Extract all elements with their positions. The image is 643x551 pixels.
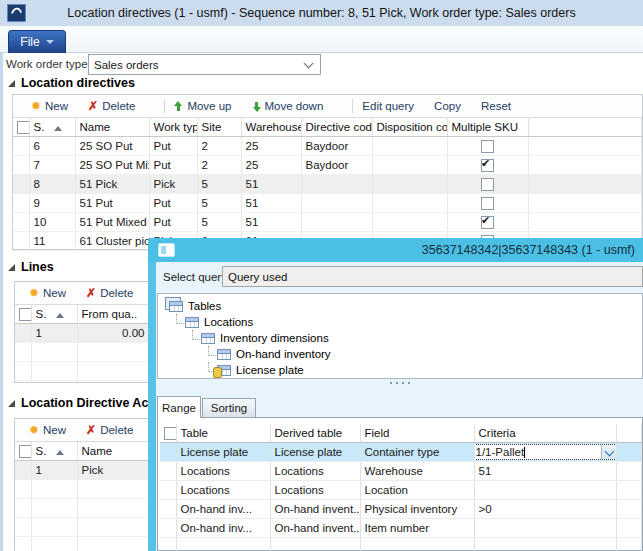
table-cell[interactable]: 2	[197, 156, 241, 175]
table-cell[interactable]: 51 Pick	[75, 175, 149, 194]
table-cell[interactable]: Item number	[360, 519, 474, 538]
criteria-editor[interactable]: 1/1-Pallet	[474, 444, 616, 460]
table-cell[interactable]: 51	[241, 194, 301, 213]
table-cell[interactable]: 51 Put	[75, 194, 149, 213]
select-all-checkbox[interactable]	[17, 121, 29, 134]
table-cell[interactable]: 5	[197, 175, 241, 194]
table-cell[interactable]: 1	[31, 324, 77, 343]
table-cell[interactable]	[447, 137, 528, 156]
row-select-cell[interactable]	[160, 519, 176, 538]
table-cell[interactable]	[372, 175, 447, 194]
toolbar-button-move-down[interactable]: Move down	[252, 100, 324, 112]
table-cell[interactable]	[372, 213, 447, 232]
tree-item-tables[interactable]: Tables	[169, 298, 221, 314]
work-order-type-select[interactable]: Sales orders	[88, 54, 321, 75]
column-header-table[interactable]: Table	[176, 424, 270, 443]
table-cell[interactable]: Location	[360, 481, 474, 500]
toolbar-button-new[interactable]: ✹New	[29, 424, 66, 436]
table-cell[interactable]: Locations	[270, 481, 360, 500]
table-cell[interactable]: Locations	[270, 462, 360, 481]
column-header-field[interactable]: Field	[360, 424, 474, 443]
table-cell[interactable]	[301, 175, 372, 194]
table-cell[interactable]: Pick	[149, 175, 197, 194]
table-cell[interactable]: Locations	[176, 462, 270, 481]
tree-item-on-hand-inventory[interactable]: On-hand inventory	[217, 346, 331, 362]
table-cell[interactable]: On-hand invent...	[270, 500, 360, 519]
table-cell[interactable]: Put	[149, 194, 197, 213]
toolbar-button-delete[interactable]: ✗Delete	[86, 424, 133, 436]
row-select-cell[interactable]	[160, 462, 176, 481]
toolbar-button-move-up[interactable]: Move up	[174, 100, 231, 112]
select-all-checkbox[interactable]	[19, 308, 31, 321]
file-menu-button[interactable]: File	[8, 30, 66, 53]
table-cell[interactable]	[447, 156, 528, 175]
table-cell[interactable]: 25	[241, 137, 301, 156]
column-header-disposition-code[interactable]: Disposition code	[372, 118, 447, 137]
table-cell[interactable]: License plate	[176, 443, 270, 462]
section-header-location-directives[interactable]: Location directives	[8, 76, 135, 90]
table-cell[interactable]: On-hand inv...	[176, 500, 270, 519]
table-cell[interactable]: 51 Put Mixed	[75, 213, 149, 232]
table-cell[interactable]: 25 SO Put Mixed	[75, 156, 149, 175]
table-cell[interactable]	[301, 213, 372, 232]
table-cell[interactable]: 25	[241, 156, 301, 175]
column-header-site[interactable]: Site	[197, 118, 241, 137]
multiple-sku-checkbox[interactable]	[481, 197, 494, 210]
table-cell[interactable]	[447, 175, 528, 194]
table-cell[interactable]: 1	[31, 461, 77, 480]
column-header-s-[interactable]: S.	[31, 442, 77, 461]
row-select-cell[interactable]	[15, 461, 31, 480]
row-select-cell[interactable]	[13, 232, 29, 251]
tree-item-inventory-dimensions[interactable]: Inventory dimensions	[201, 330, 329, 346]
select-all-header-cell[interactable]	[15, 442, 31, 461]
row-select-cell[interactable]	[15, 324, 31, 343]
select-all-checkbox[interactable]	[164, 427, 176, 440]
table-cell[interactable]: 61 Cluster pick	[75, 232, 149, 251]
table-cell[interactable]: 2	[197, 137, 241, 156]
row-select-cell[interactable]	[13, 194, 29, 213]
row-select-cell[interactable]	[13, 156, 29, 175]
column-header-criteria[interactable]: Criteria	[474, 424, 616, 443]
splitter-handle[interactable]	[156, 380, 643, 386]
table-cell[interactable]: 8	[29, 175, 75, 194]
criteria-cell[interactable]: 51	[474, 462, 616, 481]
table-cell[interactable]: Baydoor	[301, 137, 372, 156]
toolbar-button-reset[interactable]: Reset	[481, 100, 511, 112]
table-row[interactable]: LocationsLocationsWarehouse51	[160, 462, 642, 481]
table-cell[interactable]: Physical inventory	[360, 500, 474, 519]
table-cell[interactable]: 10	[29, 213, 75, 232]
table-row[interactable]: 725 SO Put MixedPut225Baydoor	[13, 156, 642, 175]
table-cell[interactable]: Put	[149, 137, 197, 156]
table-row[interactable]: LocationsLocationsLocation	[160, 481, 642, 500]
row-select-cell[interactable]	[13, 175, 29, 194]
tree-item-locations[interactable]: Locations	[185, 314, 253, 330]
table-cell[interactable]: 51	[241, 213, 301, 232]
toolbar-button-delete[interactable]: ✗Delete	[88, 100, 135, 112]
table-cell[interactable]: 25 SO Put	[75, 137, 149, 156]
toolbar-button-edit-query[interactable]: Edit query	[362, 100, 414, 112]
table-cell[interactable]	[301, 194, 372, 213]
table-cell[interactable]: 9	[29, 194, 75, 213]
table-cell[interactable]: 5	[197, 194, 241, 213]
table-cell[interactable]: Put	[149, 213, 197, 232]
select-all-header-cell[interactable]	[160, 424, 176, 443]
criteria-cell[interactable]	[474, 519, 616, 538]
toolbar-button-new[interactable]: ✹New	[29, 287, 66, 299]
column-header-warehouse[interactable]: Warehouse	[241, 118, 301, 137]
table-cell[interactable]: On-hand inv...	[176, 519, 270, 538]
row-select-cell[interactable]	[160, 481, 176, 500]
table-cell[interactable]: 11	[29, 232, 75, 251]
table-cell[interactable]: 51	[241, 175, 301, 194]
multiple-sku-checkbox[interactable]	[481, 216, 494, 229]
criteria-cell[interactable]	[474, 481, 616, 500]
section-header-lines[interactable]: Lines	[8, 260, 54, 274]
column-header-multiple-sku[interactable]: Multiple SKU	[447, 118, 528, 137]
column-header-s-[interactable]: S.	[29, 118, 75, 137]
table-cell[interactable]	[372, 156, 447, 175]
column-header-name[interactable]: Name	[75, 118, 149, 137]
select-all-header-cell[interactable]	[13, 118, 29, 137]
table-cell[interactable]: License plate	[270, 443, 360, 462]
table-cell[interactable]	[447, 194, 528, 213]
table-cell[interactable]	[447, 213, 528, 232]
multiple-sku-checkbox[interactable]	[481, 178, 494, 191]
